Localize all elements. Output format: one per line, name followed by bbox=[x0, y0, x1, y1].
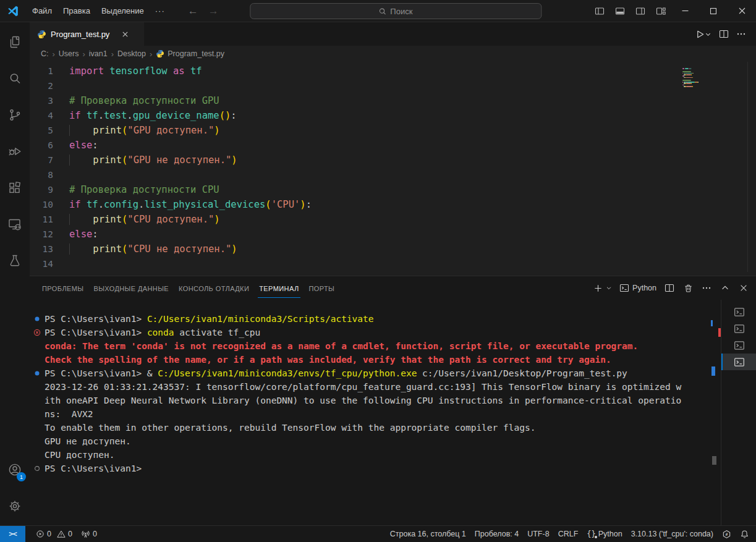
code-text: print("GPU доступен.") bbox=[69, 123, 220, 138]
terminal-icon bbox=[619, 283, 629, 293]
terminal-list-item-2[interactable] bbox=[721, 337, 756, 354]
menu-overflow-button[interactable]: ··· bbox=[150, 6, 171, 15]
python-file-icon bbox=[156, 49, 164, 58]
settings-gear-icon[interactable] bbox=[0, 491, 30, 520]
breadcrumb-item-2[interactable]: ivan1 bbox=[89, 49, 108, 58]
editor-scrollbar[interactable] bbox=[747, 62, 748, 272]
menu-items: ФайлПравкаВыделение bbox=[27, 3, 150, 19]
close-panel-icon[interactable] bbox=[736, 280, 751, 296]
tab-close-icon[interactable] bbox=[119, 28, 131, 40]
toggle-secondary-sidebar-icon[interactable] bbox=[630, 2, 650, 20]
toggle-sidebar-icon[interactable] bbox=[589, 2, 609, 20]
minimap[interactable] bbox=[682, 68, 711, 88]
close-window-button[interactable] bbox=[728, 0, 756, 22]
source-control-icon[interactable] bbox=[0, 100, 30, 129]
problems-status[interactable]: 0 0 bbox=[32, 526, 77, 542]
panel-tab-3[interactable]: ТЕРМИНАЛ bbox=[258, 279, 300, 298]
panel-tab-2[interactable]: КОНСОЛЬ ОТЛАДКИ bbox=[177, 279, 250, 298]
search-input[interactable]: Поиск bbox=[250, 3, 542, 19]
run-debug-icon[interactable] bbox=[0, 137, 30, 166]
code-text: else: bbox=[69, 227, 98, 242]
panel-tab-0[interactable]: ПРОБЛЕМЫ bbox=[41, 279, 85, 298]
indentation[interactable]: Пробелов: 4 bbox=[470, 526, 523, 542]
code-text: # Проверка доступности GPU bbox=[69, 93, 219, 108]
toggle-panel-icon[interactable] bbox=[609, 2, 630, 20]
explorer-icon[interactable] bbox=[0, 27, 30, 56]
warning-icon bbox=[57, 530, 66, 538]
remote-explorer-icon[interactable] bbox=[0, 210, 30, 239]
terminal-text: PS C:\Users\ivan1> C:/Users/ivan1/minico… bbox=[45, 312, 374, 326]
braces-icon: {} bbox=[587, 530, 595, 538]
language-mode[interactable]: {} Python bbox=[582, 526, 626, 542]
breadcrumb-item-4[interactable]: Program_test.py bbox=[156, 49, 224, 58]
account-icon[interactable]: 1 bbox=[0, 455, 30, 484]
overview-ruler-mark-2 bbox=[711, 366, 715, 376]
run-python-file-button[interactable] bbox=[693, 26, 714, 42]
command-success-marker bbox=[34, 316, 40, 322]
extensions-icon[interactable] bbox=[0, 173, 30, 202]
encoding[interactable]: UTF-8 bbox=[523, 526, 553, 542]
code-editor[interactable]: 1import tensorflow as tf23# Проверка дос… bbox=[30, 62, 756, 276]
editor-more-actions-icon[interactable] bbox=[734, 26, 749, 42]
customize-layout-icon[interactable] bbox=[650, 2, 671, 20]
eol-sequence[interactable]: CRLF bbox=[554, 526, 583, 542]
breadcrumb-separator: › bbox=[150, 49, 152, 59]
breadcrumb-item-3[interactable]: Desktop bbox=[117, 49, 146, 58]
code-text: print("CPU не доступен.") bbox=[69, 242, 237, 256]
terminal-line-gutter bbox=[30, 380, 45, 394]
terminal-line: CPU доступен. bbox=[30, 448, 721, 462]
tab-program-test-py[interactable]: Program_test.py bbox=[30, 22, 144, 46]
terminal-line-gutter bbox=[30, 366, 45, 380]
nav-back-icon[interactable]: ← bbox=[188, 5, 198, 17]
maximize-button[interactable] bbox=[699, 0, 728, 22]
python-interpreter[interactable]: 3.10.13 ('tf_cpu': conda) bbox=[627, 526, 718, 542]
split-editor-icon[interactable] bbox=[716, 26, 731, 42]
extension-status-icon[interactable]: # bbox=[718, 526, 736, 542]
nav-forward-icon[interactable]: → bbox=[208, 5, 219, 17]
breadcrumb-item-1[interactable]: Users bbox=[59, 49, 79, 58]
cursor-position[interactable]: Строка 16, столбец 1 bbox=[386, 526, 470, 542]
panel-tab-1[interactable]: ВЫХОДНЫЕ ДАННЫЕ bbox=[92, 279, 170, 298]
code-text: else: bbox=[69, 138, 98, 153]
notifications-bell-icon[interactable] bbox=[736, 526, 754, 542]
terminal-text: 2023-12-26 01:33:21.243537: I tensorflow… bbox=[45, 380, 681, 394]
terminal-line: ith oneAPI Deep Neural Network Library (… bbox=[30, 394, 721, 407]
radio-tower-icon bbox=[81, 530, 90, 539]
menu-item-0[interactable]: Файл bbox=[27, 3, 57, 19]
kill-terminal-icon[interactable] bbox=[681, 280, 695, 296]
minimize-button[interactable] bbox=[671, 0, 699, 22]
remote-indicator[interactable]: >< bbox=[0, 526, 25, 542]
testing-icon[interactable] bbox=[0, 246, 30, 275]
terminal-list-item-1[interactable] bbox=[721, 320, 756, 337]
search-view-icon[interactable] bbox=[0, 64, 30, 93]
terminal-output[interactable]: PS C:\Users\ivan1> C:/Users/ivan1/minico… bbox=[30, 300, 721, 525]
terminal-tabs-list[interactable] bbox=[721, 300, 756, 525]
terminal-line-gutter bbox=[30, 448, 45, 462]
active-terminal-label[interactable]: Python bbox=[618, 280, 658, 296]
tab-title: Program_test.py bbox=[51, 30, 109, 39]
panel-tabs: ПРОБЛЕМЫВЫХОДНЫЕ ДАННЫЕКОНСОЛЬ ОТЛАДКИТЕ… bbox=[41, 279, 343, 298]
error-icon bbox=[36, 530, 45, 538]
code-line: 13 print("CPU не доступен.") bbox=[30, 242, 756, 256]
menu-item-2[interactable]: Выделение bbox=[96, 3, 150, 19]
terminal-line-gutter bbox=[30, 339, 45, 353]
panel-tab-4[interactable]: ПОРТЫ bbox=[308, 279, 336, 298]
bottom-panel: ПРОБЛЕМЫВЫХОДНЫЕ ДАННЫЕКОНСОЛЬ ОТЛАДКИТЕ… bbox=[30, 276, 756, 525]
code-line: 8 bbox=[30, 167, 756, 182]
code-line: 4if tf.test.gpu_device_name(): bbox=[30, 108, 756, 123]
split-terminal-icon[interactable] bbox=[662, 280, 677, 296]
terminal-text: ith oneAPI Deep Neural Network Library (… bbox=[45, 394, 681, 407]
line-number: 12 bbox=[30, 227, 69, 242]
overview-ruler-mark-0 bbox=[711, 320, 713, 326]
panel-more-actions-icon[interactable] bbox=[699, 280, 714, 296]
terminal-list-item-0[interactable] bbox=[721, 303, 756, 320]
breadcrumb[interactable]: C:›Users›ivan1›Desktop›Program_test.py bbox=[30, 46, 756, 62]
new-terminal-button[interactable] bbox=[592, 280, 614, 296]
code-line: 1import tensorflow as tf bbox=[30, 64, 756, 78]
run-dropdown-icon bbox=[705, 31, 711, 38]
maximize-panel-icon[interactable] bbox=[718, 280, 733, 296]
terminal-list-item-3[interactable] bbox=[721, 354, 756, 370]
menu-item-1[interactable]: Правка bbox=[57, 3, 96, 19]
breadcrumb-item-0[interactable]: C: bbox=[41, 49, 49, 58]
ports-status[interactable]: 0 bbox=[77, 526, 101, 542]
